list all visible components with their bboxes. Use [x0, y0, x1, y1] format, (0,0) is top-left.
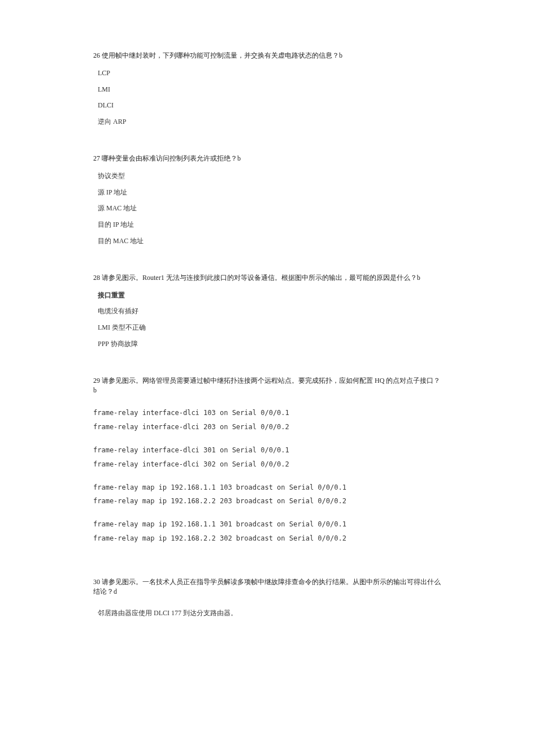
option: 电缆没有插好: [98, 306, 441, 316]
code-line: frame-relay interface-dlci 301 on Serial…: [93, 446, 441, 455]
option: LMI: [98, 85, 441, 94]
option-group: frame-relay interface-dlci 301 on Serial…: [93, 446, 441, 469]
question-28: 28 请参见图示。Router1 无法与连接到此接口的对等设备通信。根据图中所示…: [93, 273, 441, 349]
code-line: frame-relay map ip 192.168.2.2 203 broad…: [93, 496, 441, 506]
option: 源 IP 地址: [98, 188, 441, 197]
question-29: 29 请参见图示。网络管理员需要通过帧中继拓扑连接两个远程站点。要完成拓扑，应如…: [93, 376, 441, 543]
question-27: 27 哪种变量会由标准访问控制列表允许或拒绝？b 协议类型 源 IP 地址 源 …: [93, 154, 441, 246]
document-page: 26 使用帧中继封装时，下列哪种功能可控制流量，并交换有关虚电路状态的信息？b …: [0, 0, 534, 679]
option: DLCI: [98, 101, 441, 110]
option: 目的 MAC 地址: [98, 236, 441, 246]
option: PPP 协商故障: [98, 339, 441, 349]
option: 协议类型: [98, 171, 441, 181]
option: 逆向 ARP: [98, 117, 441, 127]
question-title: 28 请参见图示。Router1 无法与连接到此接口的对等设备通信。根据图中所示…: [93, 273, 441, 283]
code-line: frame-relay map ip 192.168.1.1 103 broad…: [93, 483, 441, 493]
question-title: 26 使用帧中继封装时，下列哪种功能可控制流量，并交换有关虚电路状态的信息？b: [93, 51, 441, 61]
code-line: frame-relay map ip 192.168.2.2 302 broad…: [93, 534, 441, 543]
code-line: frame-relay map ip 192.168.1.1 301 broad…: [93, 520, 441, 529]
question-title: 29 请参见图示。网络管理员需要通过帧中继拓扑连接两个远程站点。要完成拓扑，应如…: [93, 376, 441, 395]
question-title: 27 哪种变量会由标准访问控制列表允许或拒绝？b: [93, 154, 441, 163]
option-group: frame-relay interface-dlci 103 on Serial…: [93, 408, 441, 432]
option: 源 MAC 地址: [98, 204, 441, 213]
option-group: frame-relay map ip 192.168.1.1 103 broad…: [93, 483, 441, 507]
option: LCP: [98, 68, 441, 78]
option: 接口重置: [98, 291, 441, 300]
code-line: frame-relay interface-dlci 302 on Serial…: [93, 460, 441, 469]
question-title: 30 请参见图示。一名技术人员正在指导学员解读多项帧中继故障排查命令的执行结果。…: [93, 577, 441, 597]
option: 目的 IP 地址: [98, 220, 441, 230]
question-26: 26 使用帧中继封装时，下列哪种功能可控制流量，并交换有关虚电路状态的信息？b …: [93, 51, 441, 127]
option: LMI 类型不正确: [98, 323, 441, 332]
code-line: frame-relay interface-dlci 203 on Serial…: [93, 422, 441, 432]
code-line: frame-relay interface-dlci 103 on Serial…: [93, 408, 441, 418]
option: 邻居路由器应使用 DLCI 177 到达分支路由器。: [98, 608, 441, 618]
option-group: frame-relay map ip 192.168.1.1 301 broad…: [93, 520, 441, 543]
question-30: 30 请参见图示。一名技术人员正在指导学员解读多项帧中继故障排查命令的执行结果。…: [93, 577, 441, 618]
